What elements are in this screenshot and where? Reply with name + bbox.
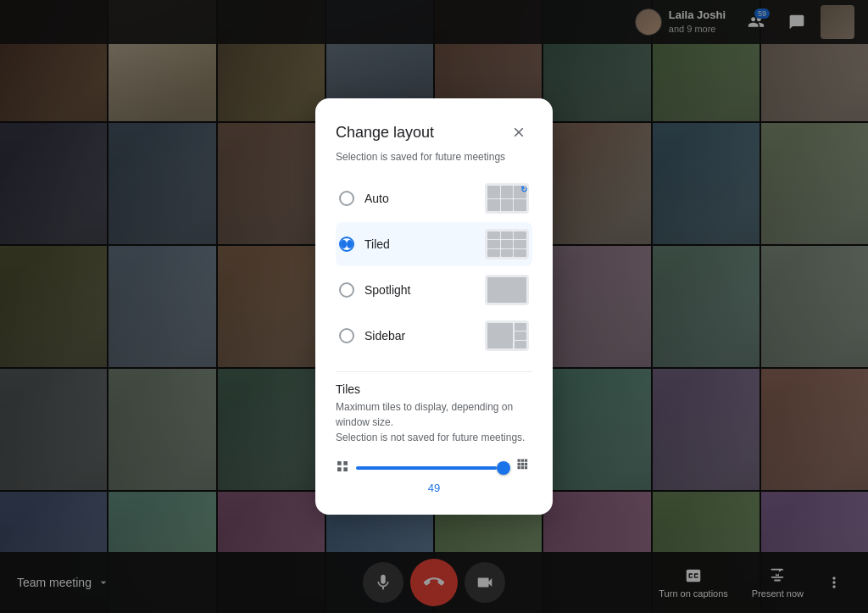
layout-option-spotlight[interactable]: Spotlight bbox=[336, 268, 532, 312]
layout-icon-sidebar bbox=[485, 320, 529, 351]
modal-subtitle: Selection is saved for future meetings bbox=[336, 151, 532, 163]
radio-tiled bbox=[339, 237, 354, 252]
layout-option-sidebar[interactable]: Sidebar bbox=[336, 314, 532, 358]
layout-label-auto: Auto bbox=[364, 192, 389, 205]
layout-icon-spotlight bbox=[485, 275, 529, 305]
layout-icon-tiled bbox=[485, 229, 529, 259]
tiles-desc: Maximum tiles to display, depending on w… bbox=[336, 399, 532, 445]
slider-fill bbox=[356, 466, 497, 470]
layout-label-spotlight: Spotlight bbox=[364, 283, 410, 297]
grid-large-icon bbox=[515, 457, 532, 478]
tiles-slider[interactable] bbox=[356, 460, 509, 476]
radio-spotlight bbox=[339, 282, 354, 298]
layout-option-sidebar-left: Sidebar bbox=[339, 328, 405, 343]
layout-option-auto[interactable]: Auto ↻ bbox=[336, 176, 532, 220]
grid-small-icon bbox=[336, 460, 349, 476]
radio-sidebar bbox=[339, 328, 354, 343]
slider-row bbox=[336, 457, 532, 478]
layout-icon-auto: ↻ bbox=[485, 183, 529, 214]
radio-auto bbox=[339, 191, 354, 206]
tiles-title: Tiles bbox=[336, 382, 532, 396]
layout-option-spotlight-left: Spotlight bbox=[339, 282, 410, 298]
layout-option-tiled-left: Tiled bbox=[339, 237, 390, 252]
auto-refresh-icon: ↻ bbox=[520, 185, 527, 194]
change-layout-modal: Change layout Selection is saved for fut… bbox=[315, 98, 553, 515]
layout-option-auto-left: Auto bbox=[339, 191, 389, 206]
modal-title: Change layout bbox=[336, 124, 434, 142]
close-modal-button[interactable] bbox=[505, 119, 532, 146]
slider-track bbox=[356, 466, 509, 470]
slider-thumb[interactable] bbox=[497, 461, 510, 475]
divider bbox=[336, 371, 532, 372]
layout-label-tiled: Tiled bbox=[364, 237, 390, 251]
slider-value: 49 bbox=[336, 482, 532, 494]
layout-option-tiled[interactable]: Tiled bbox=[336, 222, 532, 266]
modal-overlay[interactable]: Change layout Selection is saved for fut… bbox=[0, 0, 868, 613]
modal-header: Change layout bbox=[336, 119, 532, 146]
layout-label-sidebar: Sidebar bbox=[364, 329, 405, 343]
layout-options: Auto ↻ Tile bbox=[336, 176, 532, 358]
